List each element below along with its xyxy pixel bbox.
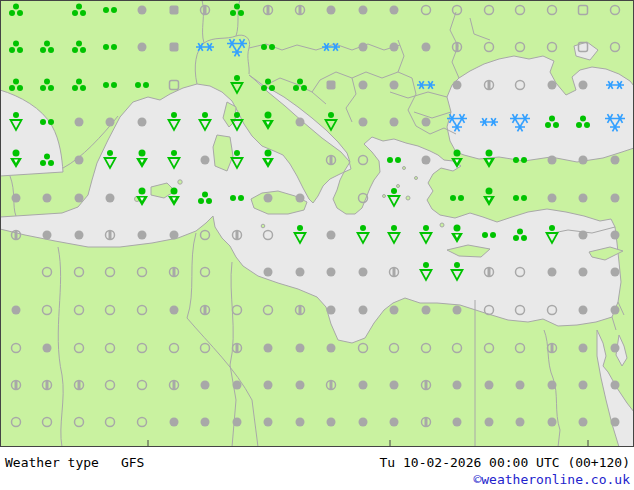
weather-symbol-cloudy xyxy=(579,418,588,427)
weather-symbol-cloudy xyxy=(453,381,462,390)
weather-symbol-cloudy xyxy=(611,418,620,427)
weather-symbol-cloudy xyxy=(75,194,84,203)
weather-symbol-cloudy xyxy=(579,306,588,315)
weather-symbol-cloudy xyxy=(43,344,52,353)
weather-symbol-cloudy xyxy=(390,6,399,15)
weather-symbol-cloudy xyxy=(453,306,462,315)
weather-symbol-cloudy xyxy=(264,344,273,353)
weather-symbol-fog xyxy=(170,43,179,52)
weather-symbol-cloudy xyxy=(611,344,620,353)
weather-symbol-cloudy xyxy=(296,194,305,203)
weather-symbol-fog xyxy=(327,81,336,90)
weather-symbol-cloudy xyxy=(359,118,368,127)
weather-symbol-cloudy xyxy=(579,268,588,277)
copyright-link[interactable]: ©weatheronline.co.uk xyxy=(473,472,630,487)
weather-symbol-cloudy xyxy=(579,381,588,390)
weather-symbol-cloudy xyxy=(611,231,620,240)
weather-symbol-cloudy xyxy=(359,418,368,427)
weather-symbol-cloudy xyxy=(453,418,462,427)
weather-symbol-cloudy xyxy=(327,6,336,15)
weather-symbol-cloudy xyxy=(422,156,431,165)
weather-symbol-cloudy xyxy=(170,231,179,240)
weather-symbol-cloudy xyxy=(12,194,21,203)
weather-symbol-cloudy xyxy=(138,118,147,127)
island-menorca xyxy=(178,180,182,184)
weather-symbol-cloudy xyxy=(264,418,273,427)
weather-symbol-cloudy xyxy=(359,81,368,90)
weather-symbol-cloudy xyxy=(327,306,336,315)
weather-symbol-cloudy xyxy=(390,306,399,315)
weather-symbol-cloudy xyxy=(201,381,210,390)
weather-symbol-cloudy xyxy=(327,268,336,277)
weather-symbol-cloudy xyxy=(390,118,399,127)
weather-symbol-cloudy xyxy=(359,6,368,15)
caption-left: Weather typeGFS xyxy=(5,455,144,470)
weather-symbol-cloudy xyxy=(579,156,588,165)
weather-symbol-cloudy xyxy=(611,156,620,165)
weather-symbol-cloudy xyxy=(422,118,431,127)
weather-symbol-cloudy xyxy=(75,118,84,127)
weather-symbol-cloudy xyxy=(453,81,462,90)
weather-symbol-fog xyxy=(170,6,179,15)
weather-symbol-cloudy xyxy=(106,194,115,203)
island-rhodes xyxy=(440,223,444,227)
weather-type-label: Weather type xyxy=(5,455,99,470)
weather-symbol-cloudy xyxy=(390,81,399,90)
weather-symbol-cloudy xyxy=(75,231,84,240)
weather-symbol-cloudy xyxy=(390,381,399,390)
weather-symbol-cloudy xyxy=(548,156,557,165)
weather-symbol-cloudy xyxy=(611,268,620,277)
weather-symbol-cloudy xyxy=(359,381,368,390)
weather-symbol-cloudy xyxy=(516,418,525,427)
weather-symbol-cloudy xyxy=(579,81,588,90)
weather-symbol-cloudy xyxy=(296,418,305,427)
weather-symbol-cloudy xyxy=(170,418,179,427)
weather-symbol-cloudy xyxy=(201,156,210,165)
weather-symbol-cloudy xyxy=(611,194,620,203)
weather-symbol-cloudy xyxy=(106,118,115,127)
weather-symbol-cloudy xyxy=(516,381,525,390)
weather-symbol-cloudy xyxy=(422,43,431,52)
weather-symbol-cloudy xyxy=(264,194,273,203)
weather-symbol-cloudy xyxy=(43,231,52,240)
weather-symbol-cloudy xyxy=(43,194,52,203)
weather-symbol-cloudy xyxy=(390,43,399,52)
weather-symbol-cloudy xyxy=(264,381,273,390)
weather-symbol-cloudy xyxy=(296,381,305,390)
weather-symbol-cloudy xyxy=(359,43,368,52)
weather-symbol-cloudy xyxy=(390,418,399,427)
weather-symbol-cloudy xyxy=(75,156,84,165)
weather-symbol-cloudy xyxy=(548,381,557,390)
weather-symbol-cloudy xyxy=(359,306,368,315)
weather-symbol-cloudy xyxy=(327,418,336,427)
weather-symbol-cloudy xyxy=(579,194,588,203)
weather-symbol-cloudy xyxy=(12,306,21,315)
weather-symbol-cloudy xyxy=(548,268,557,277)
weather-symbol-cloudy xyxy=(264,268,273,277)
caption-bar: Weather typeGFS Tu 10-02-2026 00:00 UTC … xyxy=(0,447,634,490)
weather-symbol-cloudy xyxy=(296,268,305,277)
weather-symbol-cloudy xyxy=(359,268,368,277)
weather-symbol-cloudy xyxy=(579,231,588,240)
map-canvas xyxy=(0,0,634,447)
weather-symbol-cloudy xyxy=(422,306,431,315)
weather-symbol-cloudy xyxy=(233,381,242,390)
weather-symbol-cloudy xyxy=(170,306,179,315)
timestamp-label: Tu 10-02-2026 00:00 UTC (00+120) xyxy=(380,455,630,470)
weather-symbol-cloudy xyxy=(138,43,147,52)
weather-symbol-cloudy xyxy=(138,231,147,240)
weather-symbol-cloudy xyxy=(327,344,336,353)
weather-symbol-cloudy xyxy=(296,344,305,353)
weather-symbol-cloudy xyxy=(485,381,494,390)
model-label: GFS xyxy=(121,455,144,470)
weather-symbol-cloudy xyxy=(548,194,557,203)
weather-symbol-cloudy xyxy=(579,344,588,353)
island-malta xyxy=(261,224,265,228)
weather-symbol-cloudy xyxy=(548,418,557,427)
weather-symbol-cloudy xyxy=(233,418,242,427)
weather-symbol-cloudy xyxy=(611,381,620,390)
weather-symbol-cloudy xyxy=(296,118,305,127)
weather-symbol-cloudy xyxy=(201,418,210,427)
weather-symbol-cloudy xyxy=(327,231,336,240)
weather-map[interactable] xyxy=(0,0,634,447)
